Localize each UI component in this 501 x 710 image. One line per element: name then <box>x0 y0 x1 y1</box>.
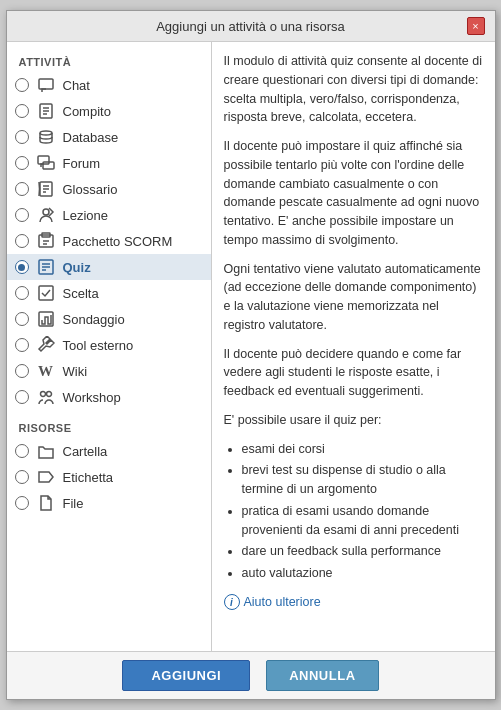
main-dialog: Aggiungi un attività o una risorsa × ATT… <box>6 10 496 700</box>
description-p3: Ogni tentativo viene valutato automatica… <box>224 260 483 335</box>
list-item-etichetta[interactable]: Etichetta <box>7 464 211 490</box>
etichetta-icon <box>35 468 57 486</box>
list-item-wiki[interactable]: W Wiki <box>7 358 211 384</box>
info-icon: i <box>224 594 240 610</box>
item-label-etichetta: Etichetta <box>63 470 114 485</box>
item-label-forum: Forum <box>63 156 101 171</box>
item-label-tool: Tool esterno <box>63 338 134 353</box>
item-label-quiz: Quiz <box>63 260 91 275</box>
scorm-icon <box>35 232 57 250</box>
radio-file[interactable] <box>15 496 29 510</box>
resources-header: RISORSE <box>7 416 211 438</box>
svg-point-23 <box>40 392 45 397</box>
radio-database[interactable] <box>15 130 29 144</box>
radio-sondaggio[interactable] <box>15 312 29 326</box>
description-p1: Il modulo di attività quiz consente al d… <box>224 52 483 127</box>
item-label-workshop: Workshop <box>63 390 121 405</box>
svg-point-12 <box>43 209 49 215</box>
list-item-database[interactable]: Database <box>7 124 211 150</box>
radio-workshop[interactable] <box>15 390 29 404</box>
item-label-wiki: Wiki <box>63 364 88 379</box>
add-button[interactable]: AGGIUNGI <box>122 660 250 691</box>
radio-chat[interactable] <box>15 78 29 92</box>
database-icon <box>35 128 57 146</box>
workshop-icon <box>35 388 57 406</box>
item-label-glossario: Glossario <box>63 182 118 197</box>
file-icon <box>35 494 57 512</box>
forum-icon <box>35 154 57 172</box>
radio-scelta[interactable] <box>15 286 29 300</box>
item-label-sondaggio: Sondaggio <box>63 312 125 327</box>
radio-scorm[interactable] <box>15 234 29 248</box>
list-item-cartella[interactable]: Cartella <box>7 438 211 464</box>
scelta-icon <box>35 284 57 302</box>
radio-lezione[interactable] <box>15 208 29 222</box>
dialog-footer: AGGIUNGI ANNULLA <box>7 651 495 699</box>
svg-rect-0 <box>39 79 53 89</box>
bullet-3: pratica di esami usando domande provenie… <box>242 502 483 540</box>
list-item-compito[interactable]: Compito <box>7 98 211 124</box>
quiz-icon <box>35 258 57 276</box>
right-panel: Il modulo di attività quiz consente al d… <box>212 42 495 651</box>
bullet-2: brevi test su dispense di studio o alla … <box>242 461 483 499</box>
bullet-5: auto valutazione <box>242 564 483 583</box>
item-label-compito: Compito <box>63 104 111 119</box>
lezione-icon <box>35 206 57 224</box>
list-item-tool[interactable]: Tool esterno <box>7 332 211 358</box>
tool-icon <box>35 336 57 354</box>
list-item-sondaggio[interactable]: Sondaggio <box>7 306 211 332</box>
item-label-file: File <box>63 496 84 511</box>
item-label-scorm: Pacchetto SCORM <box>63 234 173 249</box>
bullet-list: esami dei corsi brevi test su dispense d… <box>242 440 483 583</box>
list-item-chat[interactable]: Chat <box>7 72 211 98</box>
help-link-text: Aiuto ulteriore <box>244 593 321 612</box>
dialog-body: ATTIVITÀ Chat <box>7 42 495 651</box>
cancel-button[interactable]: ANNULLA <box>266 660 378 691</box>
description-p5: E' possibile usare il quiz per: <box>224 411 483 430</box>
radio-glossario[interactable] <box>15 182 29 196</box>
help-link[interactable]: i Aiuto ulteriore <box>224 593 483 612</box>
radio-compito[interactable] <box>15 104 29 118</box>
radio-quiz[interactable] <box>15 260 29 274</box>
item-label-cartella: Cartella <box>63 444 108 459</box>
radio-forum[interactable] <box>15 156 29 170</box>
svg-point-5 <box>40 131 52 135</box>
radio-cartella[interactable] <box>15 444 29 458</box>
description-p2: Il docente può impostare il quiz affinch… <box>224 137 483 250</box>
activities-header: ATTIVITÀ <box>7 50 211 72</box>
chat-icon <box>35 76 57 94</box>
item-label-database: Database <box>63 130 119 145</box>
bullet-4: dare un feedback sulla performance <box>242 542 483 561</box>
radio-wiki[interactable] <box>15 364 29 378</box>
list-item-scorm[interactable]: Pacchetto SCORM <box>7 228 211 254</box>
list-item-glossario[interactable]: Glossario <box>7 176 211 202</box>
dialog-title: Aggiungi un attività o una risorsa <box>35 19 467 34</box>
cartella-icon <box>35 442 57 460</box>
list-item-forum[interactable]: Forum <box>7 150 211 176</box>
left-panel: ATTIVITÀ Chat <box>7 42 212 651</box>
list-item-quiz[interactable]: Quiz <box>7 254 211 280</box>
close-button[interactable]: × <box>467 17 485 35</box>
wiki-icon: W <box>35 362 57 380</box>
description-p4: Il docente può decidere quando e come fa… <box>224 345 483 401</box>
list-item-file[interactable]: File <box>7 490 211 516</box>
radio-tool[interactable] <box>15 338 29 352</box>
list-item-lezione[interactable]: Lezione <box>7 202 211 228</box>
item-label-scelta: Scelta <box>63 286 99 301</box>
item-label-chat: Chat <box>63 78 90 93</box>
list-item-scelta[interactable]: Scelta <box>7 280 211 306</box>
radio-etichetta[interactable] <box>15 470 29 484</box>
sondaggio-icon <box>35 310 57 328</box>
svg-point-24 <box>46 392 51 397</box>
list-item-workshop[interactable]: Workshop <box>7 384 211 410</box>
item-label-lezione: Lezione <box>63 208 109 223</box>
bullet-1: esami dei corsi <box>242 440 483 459</box>
title-bar: Aggiungi un attività o una risorsa × <box>7 11 495 42</box>
compito-icon <box>35 102 57 120</box>
svg-rect-21 <box>39 286 53 300</box>
glossario-icon <box>35 180 57 198</box>
